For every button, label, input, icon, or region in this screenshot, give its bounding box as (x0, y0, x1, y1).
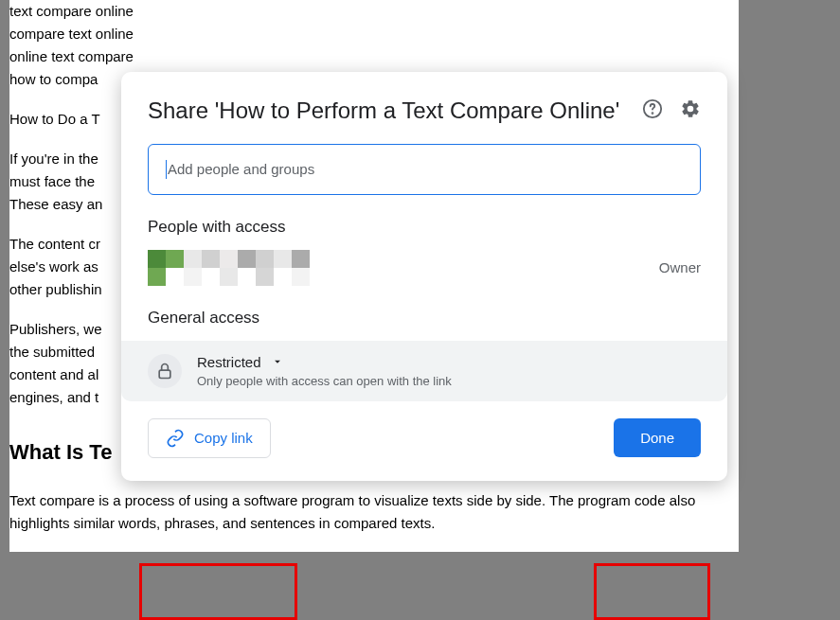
help-icon[interactable] (642, 98, 663, 119)
svg-point-1 (652, 113, 653, 114)
bg-line-2: compare text online (9, 23, 739, 45)
bg-line-1: text compare online (9, 0, 739, 23)
general-access-title: General access (121, 309, 727, 328)
owner-role-label: Owner (659, 259, 701, 275)
restricted-label: Restricted (197, 354, 261, 370)
text-cursor (166, 160, 167, 179)
dialog-title: Share 'How to Perform a Text Compare Onl… (148, 95, 619, 127)
add-people-input-container[interactable] (148, 144, 701, 195)
svg-rect-2 (159, 370, 170, 378)
gear-icon[interactable] (680, 98, 701, 119)
link-icon (166, 429, 185, 448)
copy-link-label: Copy link (194, 430, 253, 446)
restricted-dropdown[interactable]: Restricted (197, 354, 452, 370)
owner-avatar-pixelated (148, 250, 328, 286)
restricted-description: Only people with access can open with th… (197, 374, 452, 388)
annotation-box-done (594, 563, 710, 620)
owner-row: Owner (121, 250, 727, 286)
chevron-down-icon (271, 355, 284, 368)
bg-para-5: Text compare is a process of using a sof… (9, 489, 739, 535)
people-with-access-title: People with access (121, 218, 727, 237)
general-access-row: Restricted Only people with access can o… (121, 341, 727, 401)
copy-link-button[interactable]: Copy link (148, 418, 271, 458)
done-button[interactable]: Done (614, 418, 701, 457)
add-people-input[interactable] (168, 161, 683, 177)
share-dialog: Share 'How to Perform a Text Compare Onl… (121, 72, 727, 481)
bg-line-3: online text compare (9, 45, 739, 68)
annotation-box-copy-link (139, 563, 297, 620)
lock-icon (148, 354, 182, 388)
